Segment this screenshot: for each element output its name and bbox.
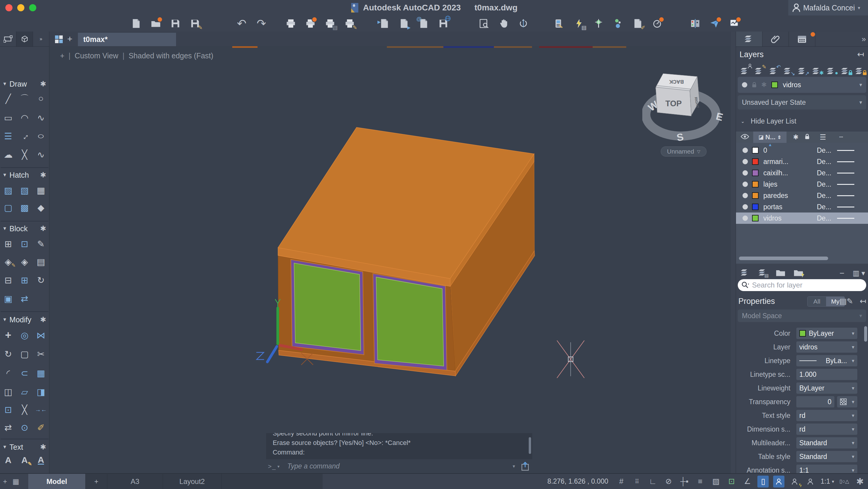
mirror-icon[interactable]: ⋈ bbox=[34, 328, 48, 342]
transparency-pattern-dropdown[interactable]: ▾ bbox=[837, 396, 857, 407]
break-icon[interactable]: ╳ bbox=[18, 403, 32, 416]
revision-cloud-icon[interactable]: ☁ bbox=[1, 148, 15, 161]
eye-icon[interactable] bbox=[741, 134, 749, 141]
block-display-icon[interactable]: ▣ bbox=[1, 292, 15, 305]
viewport-view-control[interactable]: Custom View bbox=[75, 52, 118, 60]
new-layer-group-icon[interactable] bbox=[794, 269, 803, 278]
drawing-compare-icon[interactable] bbox=[689, 17, 702, 30]
object-snap-icon[interactable]: ┼▪ bbox=[679, 476, 690, 488]
batch-plot-icon[interactable] bbox=[304, 17, 317, 30]
gear-icon[interactable]: ✱ bbox=[40, 224, 46, 233]
tab-layers[interactable] bbox=[736, 32, 763, 47]
viewcube-pivot-menu[interactable]: Unnamed ▽ bbox=[661, 146, 707, 156]
dimension-style-dropdown[interactable]: rd ▾ bbox=[796, 424, 857, 435]
layer-lock-icon[interactable] bbox=[839, 65, 852, 75]
scale-icon[interactable]: ⊡ bbox=[1, 403, 15, 416]
layer-on-icon[interactable] bbox=[743, 181, 748, 187]
viewport-style-control[interactable]: Shaded with edges (Fast) bbox=[128, 52, 213, 60]
lock-column-icon[interactable] bbox=[805, 134, 809, 141]
model-3d-view[interactable] bbox=[49, 46, 731, 473]
osnap-tracking-icon[interactable] bbox=[773, 476, 784, 488]
single-text-icon[interactable]: A bbox=[1, 453, 15, 467]
current-layer-dropdown[interactable]: ✱ vidros ▾ bbox=[738, 77, 866, 93]
layer-on-icon[interactable] bbox=[743, 193, 748, 198]
multileader-style-dropdown[interactable]: Standard ▾ bbox=[796, 437, 857, 449]
annotation-monitor-icon[interactable]: ▯○△ bbox=[839, 476, 850, 488]
solid-fill-icon[interactable]: ◆ bbox=[34, 201, 48, 214]
offset-icon[interactable]: ⊂ bbox=[18, 366, 32, 380]
trim-icon[interactable]: ✂ bbox=[34, 347, 48, 361]
hide-layer-list-button[interactable]: ⌄ Hide Layer List bbox=[741, 117, 796, 125]
export-icon[interactable]: ► bbox=[398, 17, 410, 30]
hatch-edit-icon[interactable]: ▧ bbox=[18, 183, 32, 197]
command-prompt-caret-icon[interactable]: ▾ bbox=[277, 464, 280, 469]
clean-screen-icon[interactable]: ✐ bbox=[631, 17, 644, 30]
new-file-icon[interactable] bbox=[130, 17, 143, 30]
window-2-glass[interactable] bbox=[376, 277, 444, 366]
layer-on-icon[interactable] bbox=[743, 215, 748, 221]
layer-on-icon[interactable] bbox=[743, 148, 748, 153]
drawing-canvas[interactable]: + | Custom View | Shaded with edges (Fas… bbox=[49, 46, 731, 473]
boundary-icon[interactable]: ▢ bbox=[1, 201, 15, 214]
lineweight-dropdown[interactable]: ByLayer ▾ bbox=[796, 382, 857, 394]
layer-freeze-icon[interactable]: ✱ bbox=[810, 65, 823, 75]
layer-list-hscrollbar[interactable] bbox=[739, 257, 828, 260]
multiline-icon[interactable]: ☰ bbox=[1, 129, 15, 143]
3d-move-icon[interactable]: ◨ bbox=[34, 385, 48, 399]
clean-icon[interactable]: ✐ bbox=[34, 421, 48, 434]
edit-block-icon[interactable]: ✎ bbox=[34, 237, 48, 251]
fillet-icon[interactable]: ◜ bbox=[1, 366, 15, 380]
transparency-slider[interactable]: 0 bbox=[796, 396, 834, 407]
layer-walk-icon[interactable] bbox=[738, 65, 751, 75]
layer-state-dropdown[interactable]: Unsaved Layer State ▾ bbox=[738, 95, 866, 110]
tab-xref[interactable] bbox=[763, 32, 789, 47]
layer-match-icon[interactable]: ✎ bbox=[753, 65, 766, 75]
import-icon[interactable]: ► bbox=[378, 17, 391, 30]
new-block-icon[interactable]: ⊞ bbox=[18, 273, 32, 287]
align-icon[interactable]: ⇄ bbox=[1, 421, 15, 434]
edit-attribute-icon[interactable]: ◈ bbox=[1, 255, 15, 268]
auto-annotation-scale-icon[interactable] bbox=[805, 476, 816, 488]
command-history[interactable]: Specify second point of mirror line: Era… bbox=[266, 433, 532, 459]
layer-properties-icon[interactable] bbox=[740, 269, 750, 278]
linetype-dropdown[interactable]: ByLa... ▾ bbox=[796, 355, 857, 366]
layer-row-paredes[interactable]: paredes De... bbox=[736, 190, 868, 201]
point-icon[interactable]: ╳ bbox=[18, 148, 32, 161]
open-file-icon[interactable] bbox=[150, 17, 162, 30]
gear-icon[interactable]: ✱ bbox=[40, 443, 46, 451]
sidebar-more-tabs[interactable]: » bbox=[33, 32, 49, 47]
point-style-icon[interactable] bbox=[612, 17, 624, 30]
spline-icon[interactable]: ∿ bbox=[34, 111, 48, 124]
underline-text-icon[interactable]: A bbox=[34, 453, 48, 467]
annotation-visibility-icon[interactable]: ϟ bbox=[789, 476, 800, 488]
filter-all-button[interactable]: All bbox=[808, 297, 826, 306]
collapse-icon[interactable]: − bbox=[839, 268, 844, 278]
page-setup-icon[interactable]: ▤ bbox=[324, 17, 336, 30]
attach-icon[interactable]: @ bbox=[417, 17, 430, 30]
section-block-header[interactable]: ▼ Block ✱ bbox=[0, 223, 49, 234]
edit-properties-icon[interactable]: ▤✎ bbox=[839, 297, 853, 306]
layer-color-swatch[interactable] bbox=[752, 204, 758, 210]
layer-color-swatch[interactable] bbox=[752, 147, 758, 153]
array-icon[interactable]: ▦ bbox=[34, 366, 48, 380]
tab-layout2[interactable]: Layout2 bbox=[163, 474, 221, 489]
change-space-icon[interactable]: ⊙ bbox=[18, 421, 32, 434]
columns-menu-icon[interactable]: ▥ ▾ bbox=[853, 269, 865, 278]
table-style-dropdown[interactable]: Standard ▾ bbox=[796, 451, 857, 462]
plot-icon[interactable] bbox=[285, 17, 297, 30]
command-input[interactable]: Type a command bbox=[287, 462, 513, 470]
redo-icon[interactable]: ↷ bbox=[255, 17, 268, 30]
undo-icon[interactable]: ↶ bbox=[236, 17, 248, 30]
panel-more-tabs[interactable]: » bbox=[862, 34, 866, 44]
layer-color-swatch[interactable] bbox=[752, 215, 758, 222]
layer-row-armarios[interactable]: armari... De... bbox=[736, 156, 868, 167]
command-input-row[interactable]: >_ ▾ Type a command ▾ bbox=[266, 459, 532, 473]
attribute-tag-icon[interactable]: ◈ bbox=[18, 255, 32, 268]
open-layer-group-icon[interactable] bbox=[776, 269, 785, 278]
layer-unlock-icon[interactable] bbox=[853, 65, 866, 75]
save-icon[interactable] bbox=[169, 17, 182, 30]
orbit-icon[interactable] bbox=[517, 17, 530, 30]
linetype-column-icon[interactable]: ┄ bbox=[839, 133, 842, 141]
layer-dropdown[interactable]: vidros ▾ bbox=[796, 341, 857, 353]
layer-color-swatch[interactable] bbox=[752, 159, 758, 165]
